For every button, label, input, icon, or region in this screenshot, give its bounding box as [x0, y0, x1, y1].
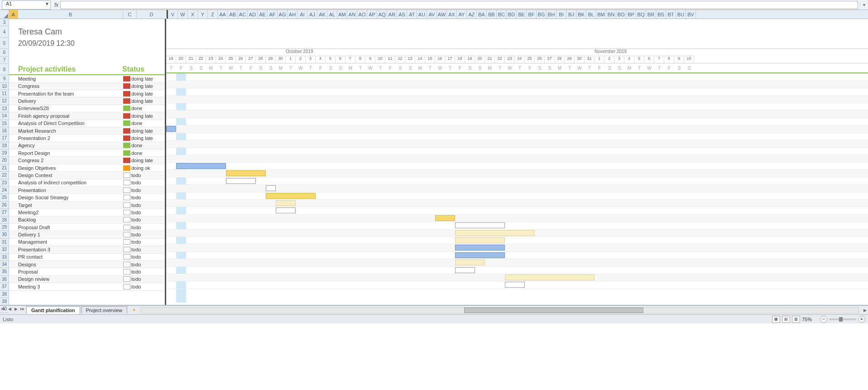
gantt-row[interactable] [166, 207, 868, 214]
sheet-tab[interactable]: Gantt planification [26, 306, 80, 314]
col-header-AA[interactable]: AA [218, 10, 228, 19]
row-header-34[interactable]: 34 [0, 261, 9, 268]
activity-row[interactable]: Analysis of Direct Competition done [9, 120, 165, 127]
col-header-AU[interactable]: AU [417, 10, 427, 19]
row-header-36[interactable]: 36 [0, 276, 9, 283]
col-header-BI[interactable]: BI [556, 10, 566, 19]
row-header-13[interactable]: 13 [0, 105, 9, 112]
col-header-A[interactable]: A [9, 10, 18, 19]
col-header-AK[interactable]: AK [317, 10, 327, 19]
row-header-35[interactable]: 35 [0, 268, 9, 275]
col-header-Z[interactable]: Z [208, 10, 218, 19]
gantt-row[interactable] [166, 170, 868, 177]
gantt-bar[interactable] [226, 170, 266, 176]
col-header-BM[interactable]: BM [596, 10, 606, 19]
col-header-AM[interactable]: AM [337, 10, 347, 19]
gantt-row[interactable] [166, 185, 868, 192]
activity-row[interactable]: Presentation 2 doing late [9, 135, 165, 142]
gantt-bar[interactable] [435, 215, 455, 221]
col-header-BG[interactable]: BG [537, 10, 547, 19]
gantt-row[interactable] [166, 125, 868, 133]
activity-row[interactable]: Congress doing late [9, 83, 165, 90]
col-header-C[interactable]: C [123, 10, 137, 19]
tab-prev-icon[interactable]: ◀ [6, 307, 13, 314]
zoom-out-icon[interactable]: − [820, 316, 827, 323]
gantt-row[interactable] [166, 96, 868, 103]
col-header-BD[interactable]: BD [507, 10, 517, 19]
formula-input[interactable] [60, 1, 858, 9]
gantt-row[interactable] [166, 200, 868, 207]
row-header-21[interactable]: 21 [0, 164, 9, 172]
col-header-BR[interactable]: BR [646, 10, 656, 19]
row-header-39[interactable]: 39 [0, 298, 9, 305]
row-header-25[interactable]: 25 [0, 194, 9, 201]
gantt-bar[interactable] [455, 267, 475, 273]
col-header-AN[interactable]: AN [347, 10, 357, 19]
col-header-AY[interactable]: AY [457, 10, 467, 19]
gantt-bar[interactable] [276, 207, 296, 213]
name-box[interactable]: A1 ▼ [2, 0, 51, 10]
gantt-row[interactable] [166, 155, 868, 163]
activity-row[interactable]: Design Objetives doing ok [9, 164, 165, 172]
row-header-20[interactable]: 20 [0, 157, 9, 164]
col-header-BH[interactable]: BH [547, 10, 556, 19]
row-header-22[interactable]: 22 [0, 172, 9, 179]
view-normal-icon[interactable]: ▦ [772, 316, 780, 323]
horizontal-scrollbar[interactable] [141, 307, 859, 313]
row-header-16[interactable]: 16 [0, 127, 9, 135]
hscroll-right-icon[interactable]: ▶ [862, 308, 868, 313]
col-header-AH[interactable]: AH [288, 10, 297, 19]
row-header-32[interactable]: 32 [0, 246, 9, 253]
gantt-bar[interactable] [455, 260, 485, 265]
col-header-D[interactable]: D [137, 10, 167, 19]
activity-row[interactable]: Presentation for the team doing late [9, 90, 165, 97]
row-header-38[interactable]: 38 [0, 291, 9, 298]
activity-row[interactable]: Presentation 3 todo [9, 246, 165, 253]
sheet-tab[interactable]: Project overview [81, 306, 128, 314]
col-header-AG[interactable]: AG [278, 10, 288, 19]
activity-row[interactable]: Backlog todo [9, 217, 165, 224]
col-header-AO[interactable]: AO [357, 10, 367, 19]
col-header-BQ[interactable]: BQ [636, 10, 646, 19]
gantt-row[interactable] [166, 73, 868, 81]
gantt-bar[interactable] [455, 252, 505, 258]
row-header-12[interactable]: 12 [0, 97, 9, 105]
select-all-corner[interactable] [0, 10, 9, 19]
row-header-6[interactable]: 6 [0, 49, 9, 56]
row-header-23[interactable]: 23 [0, 179, 9, 187]
row-header-5[interactable]: 5 [0, 38, 9, 49]
gantt-row[interactable] [166, 274, 868, 281]
col-header-AT[interactable]: AT [407, 10, 417, 19]
gantt-bar[interactable] [176, 163, 226, 169]
activity-row[interactable]: Designs todo [9, 261, 165, 268]
col-header-BF[interactable]: BF [527, 10, 537, 19]
row-header-7[interactable]: 7 [0, 57, 9, 64]
col-header-AF[interactable]: AF [268, 10, 278, 19]
name-box-dropdown-icon[interactable]: ▼ [45, 1, 49, 6]
col-header-Y[interactable]: Y [198, 10, 208, 19]
gantt-bar[interactable] [505, 282, 525, 288]
row-header-31[interactable]: 31 [0, 239, 9, 246]
activity-row[interactable]: Report Design done [9, 149, 165, 157]
zoom-in-icon[interactable]: + [858, 316, 865, 323]
row-header-17[interactable]: 17 [0, 135, 9, 142]
row-header-27[interactable]: 27 [0, 209, 9, 216]
activity-row[interactable]: Delivery 1 todo [9, 231, 165, 238]
gantt-bar[interactable] [266, 185, 276, 191]
row-header-19[interactable]: 19 [0, 149, 9, 157]
col-header-BN[interactable]: BN [606, 10, 616, 19]
col-header-BJ[interactable]: BJ [566, 10, 576, 19]
gantt-row[interactable] [166, 237, 868, 244]
activity-row[interactable]: Analysis of indirect competition todo [9, 179, 165, 187]
col-header-BP[interactable]: BP [626, 10, 636, 19]
activity-row[interactable]: Delivery doing late [9, 97, 165, 105]
gantt-row[interactable] [166, 215, 868, 222]
activity-row[interactable]: Meeting 3 todo [9, 283, 165, 290]
gantt-row[interactable] [166, 103, 868, 111]
formula-expand-icon[interactable]: ▾ [860, 2, 868, 7]
col-header-X[interactable]: X [188, 10, 198, 19]
activity-row[interactable]: Design Social Strategy todo [9, 194, 165, 201]
gantt-row[interactable] [166, 133, 868, 140]
col-header-AP[interactable]: AP [367, 10, 377, 19]
col-header-BK[interactable]: BK [576, 10, 586, 19]
